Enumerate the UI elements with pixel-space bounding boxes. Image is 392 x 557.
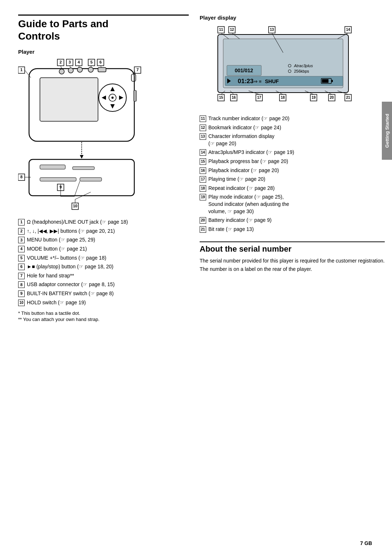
display-section-label: Player display	[200, 15, 385, 21]
display-diagram: 001/012 Atrac3plus 256kbps 01:23 ⇒ ≡	[200, 24, 374, 111]
svg-marker-22	[80, 155, 83, 159]
player-section-label: Player	[18, 49, 189, 55]
svg-text:8: 8	[20, 175, 23, 179]
svg-text:7: 7	[136, 68, 139, 72]
svg-point-12	[88, 67, 93, 72]
list-item: 14 Atrac3plus/MP3 indicator (☞ page 19)	[200, 149, 385, 156]
svg-text:01:23: 01:23	[238, 78, 253, 85]
list-item: 17 Playing time (☞ page 20)	[200, 176, 385, 183]
list-item: 12 Bookmark indicator (☞ page 24)	[200, 124, 385, 131]
svg-text:17: 17	[257, 95, 261, 99]
svg-text:⇒: ⇒	[253, 78, 258, 84]
svg-text:256kbps: 256kbps	[294, 69, 309, 73]
list-item: 6 ►■ (play/stop) button (☞ page 18, 20)	[18, 263, 189, 271]
svg-rect-20	[80, 178, 102, 181]
list-item: 10 HOLD switch (☞ page 19)	[18, 299, 189, 306]
svg-text:6: 6	[99, 60, 102, 64]
svg-rect-17	[40, 165, 65, 169]
svg-rect-1	[40, 78, 98, 121]
svg-text:5: 5	[90, 60, 93, 64]
svg-marker-7	[102, 95, 106, 100]
svg-text:18: 18	[281, 95, 285, 99]
svg-text:SHUF: SHUF	[265, 78, 279, 84]
svg-text:15: 15	[219, 95, 223, 99]
svg-point-4	[111, 97, 114, 99]
list-item: 2 ↑, ↓, |◀◀, ▶▶| buttons (☞ page 20, 21)	[18, 228, 189, 235]
svg-text:1: 1	[20, 68, 23, 72]
svg-line-31	[70, 66, 71, 68]
svg-text:11: 11	[219, 28, 223, 32]
list-item: 3 MENU button (☞ page 25, 29)	[18, 236, 189, 244]
side-tab: Getting Started	[382, 102, 392, 160]
list-item: 13 Character information display(☞ page …	[200, 133, 385, 147]
svg-text:2: 2	[60, 60, 62, 64]
list-item: 19 Play mode indicator (☞ page 25),Sound…	[200, 194, 385, 215]
svg-marker-5	[110, 87, 115, 91]
svg-rect-13	[98, 68, 106, 72]
right-column: Player display 001/012 Atrac3plus 256kbp…	[196, 15, 385, 542]
about-text: The serial number provided for this play…	[200, 257, 385, 273]
footnotes: * This button has a tactile dot. ** You …	[18, 310, 189, 322]
svg-rect-71	[331, 80, 333, 82]
svg-marker-8	[119, 95, 123, 100]
page-number: 7 GB	[360, 540, 372, 546]
left-column: Guide to Parts and Controls Player	[18, 15, 196, 542]
svg-rect-14	[134, 90, 136, 101]
svg-point-11	[77, 67, 82, 72]
svg-line-51	[74, 181, 80, 196]
svg-text:12: 12	[230, 28, 234, 32]
svg-text:14: 14	[346, 28, 350, 32]
list-item: 11 Track number indicator (☞ page 20)	[200, 115, 385, 122]
about-title: About the serial number	[200, 241, 385, 254]
svg-text:4: 4	[78, 60, 80, 64]
svg-point-9	[59, 69, 64, 74]
list-item: 5 VOLUME +*/– buttons (☞ page 18)	[18, 255, 189, 262]
list-item: 9 BUILT-IN BATTERY switch (☞ page 8)	[18, 290, 189, 297]
svg-text:16: 16	[232, 95, 236, 99]
svg-rect-72	[322, 79, 328, 83]
svg-text:21: 21	[346, 95, 350, 99]
title-bar: Guide to Parts and Controls	[18, 15, 189, 42]
player-diagram: 1 2 3 4 5	[18, 58, 189, 211]
svg-text:19: 19	[311, 95, 316, 99]
svg-rect-19	[40, 178, 76, 181]
svg-text:3: 3	[69, 60, 71, 64]
svg-marker-6	[110, 104, 115, 109]
svg-text:Atrac3plus: Atrac3plus	[294, 64, 313, 68]
svg-text:≡: ≡	[259, 79, 262, 84]
about-section: About the serial number The serial numbe…	[200, 241, 385, 273]
svg-text:001/012: 001/012	[235, 68, 253, 73]
page-title: Guide to Parts and Controls	[18, 18, 189, 42]
player-svg: 1 2 3 4 5	[18, 58, 185, 210]
list-item: 15 Playback progress bar (☞ page 20)	[200, 158, 385, 165]
svg-point-10	[68, 68, 73, 73]
list-item: 16 Playback indicator (☞ page 20)	[200, 167, 385, 174]
parts-list: 1 Ω (headphones)/LINE OUT jack (☞ page 1…	[18, 219, 189, 306]
svg-text:10: 10	[73, 204, 77, 208]
svg-text:13: 13	[270, 28, 274, 32]
svg-rect-15	[131, 74, 136, 81]
list-item: 7 Hole for hand strap**	[18, 272, 189, 280]
list-item: 4 MODE button (☞ page 21)	[18, 245, 189, 253]
svg-rect-18	[73, 167, 94, 170]
list-item: 8 USB adaptor connector (☞ page 8, 15)	[18, 281, 189, 288]
list-item: 1 Ω (headphones)/LINE OUT jack (☞ page 1…	[18, 219, 189, 226]
display-svg: 001/012 Atrac3plus 256kbps 01:23 ⇒ ≡	[200, 24, 374, 111]
list-item: 18 Repeat indicator (☞ page 28)	[200, 185, 385, 192]
list-item: 21 Bit rate (☞ page 13)	[200, 226, 385, 233]
side-tab-label: Getting Started	[384, 114, 390, 148]
display-list: 11 Track number indicator (☞ page 20) 12…	[200, 115, 385, 233]
list-item: 20 Battery indicator (☞ page 9)	[200, 217, 385, 224]
svg-text:20: 20	[330, 95, 334, 99]
